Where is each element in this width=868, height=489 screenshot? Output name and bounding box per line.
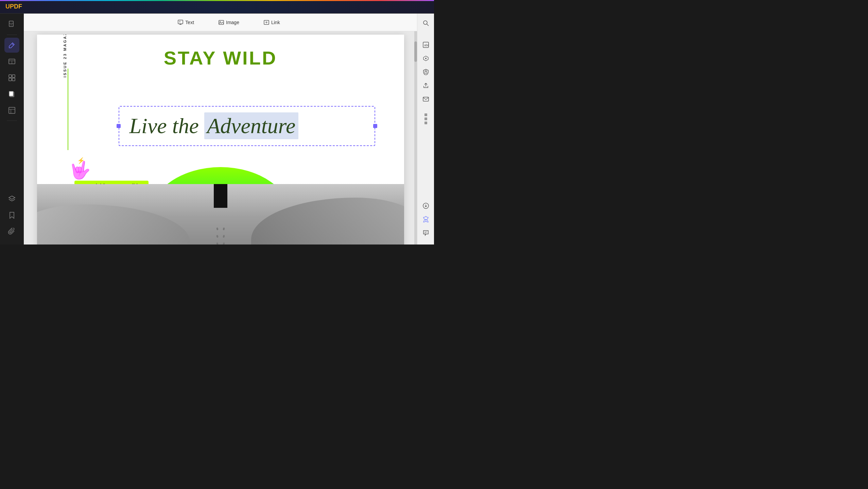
save-cloud-icon-btn[interactable]: [420, 200, 432, 212]
chat-icon-btn[interactable]: [420, 227, 432, 239]
image-tool-label: Image: [226, 20, 239, 25]
link-tool-icon: [264, 20, 269, 25]
footprints-trail: [216, 228, 225, 244]
search-icon-btn[interactable]: [420, 17, 432, 29]
dot-3: [424, 122, 427, 124]
stay-wild-title: STAY WILD: [37, 35, 404, 69]
svg-point-28: [425, 58, 427, 59]
svg-point-5: [220, 21, 221, 22]
left-sidebar: [0, 14, 24, 244]
mail-icon-btn[interactable]: [420, 93, 432, 105]
text-tool-label: Text: [185, 20, 194, 25]
adventure-text: Live the Adventure: [129, 113, 364, 139]
sidebar-icon-layers[interactable]: [4, 192, 19, 206]
svg-rect-17: [9, 78, 12, 81]
main-canvas: STAY WILD ISSUE 23 MAGAZINE Live the Adv…: [24, 31, 417, 244]
scrollbar-thumb[interactable]: [414, 41, 417, 62]
sidebar-icon-paperclip[interactable]: [4, 224, 19, 239]
rainbow-gradient: [0, 0, 434, 1]
link-tool-button[interactable]: Link: [258, 18, 285, 27]
link-tool-label: Link: [271, 20, 280, 25]
sidebar-icon-copy[interactable]: [4, 87, 19, 102]
issue-line: [68, 69, 68, 150]
dot-1: [424, 113, 427, 116]
sidebar-bottom: [4, 192, 19, 244]
svg-point-33: [425, 219, 427, 220]
right-bottom: [420, 200, 432, 244]
svg-rect-15: [9, 75, 12, 77]
pdf-page: STAY WILD ISSUE 23 MAGAZINE Live the Adv…: [37, 35, 404, 244]
right-sidebar: abc: [417, 14, 434, 244]
scrollbar-vertical[interactable]: [414, 31, 417, 244]
protect-icon-btn[interactable]: [420, 66, 432, 78]
selected-text-box[interactable]: Live the Adventure: [119, 106, 375, 146]
svg-rect-8: [9, 21, 13, 26]
svg-rect-4: [219, 20, 224, 24]
sidebar-divider-2: [7, 121, 17, 121]
live-the-text: Live the: [129, 114, 199, 138]
title-bar: UPDF: [0, 0, 434, 14]
ai-snowflake-icon-btn[interactable]: [420, 213, 432, 225]
convert-icon-btn[interactable]: [420, 52, 432, 65]
desert-background: [37, 184, 404, 244]
image-tool-button[interactable]: Image: [213, 18, 245, 27]
sidebar-dots: [424, 113, 427, 124]
image-tool-icon: [219, 20, 224, 25]
ocr-icon-btn[interactable]: abc: [420, 39, 432, 51]
svg-point-24: [423, 21, 427, 24]
svg-rect-16: [12, 75, 15, 77]
desert-dune-right: [251, 198, 404, 244]
sidebar-icon-bookmark[interactable]: [4, 208, 19, 223]
dot-2: [424, 117, 427, 120]
desert-dune-left: [37, 204, 190, 244]
top-toolbar: T Text Image Link: [24, 14, 434, 31]
adventure-highlight: Adventure: [204, 112, 298, 139]
svg-text:T: T: [179, 21, 181, 23]
svg-line-25: [427, 24, 429, 26]
svg-rect-20: [9, 91, 13, 96]
sidebar-icon-grid[interactable]: [4, 70, 19, 85]
text-tool-button[interactable]: T Text: [172, 18, 199, 27]
svg-rect-30: [423, 97, 429, 101]
sidebar-icon-list[interactable]: [4, 54, 19, 69]
text-tool-icon: T: [178, 20, 183, 25]
svg-rect-21: [9, 107, 15, 113]
sidebar-icon-edit[interactable]: [4, 38, 19, 53]
svg-rect-18: [12, 78, 15, 81]
sidebar-icon-template[interactable]: [4, 103, 19, 118]
svg-text:abc: abc: [424, 43, 429, 47]
sidebar-icon-document[interactable]: [4, 17, 19, 32]
sidebar-divider-1: [7, 35, 17, 35]
issue-text: ISSUE 23 MAGAZINE: [63, 35, 67, 77]
rock-hand-icon: 🤟: [69, 160, 90, 180]
share-icon-btn[interactable]: [420, 79, 432, 92]
svg-rect-29: [425, 72, 427, 74]
app-logo: UPDF: [5, 3, 22, 10]
person-body: [214, 184, 227, 208]
